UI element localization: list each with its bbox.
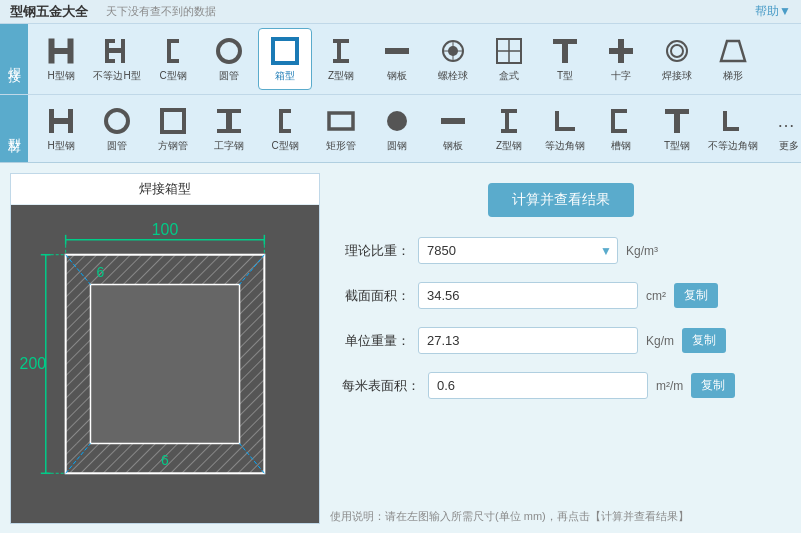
nav-item-more[interactable]: … 更多 — [762, 98, 801, 160]
surface-copy-button[interactable]: 复制 — [691, 373, 735, 398]
svg-rect-33 — [54, 118, 68, 124]
nav-item-t-steel[interactable]: T型钢 — [650, 98, 704, 160]
nav-item-weld-ball[interactable]: 焊接球 — [650, 28, 704, 90]
svg-point-11 — [218, 40, 240, 62]
svg-marker-30 — [721, 41, 745, 61]
svg-rect-47 — [501, 129, 517, 133]
c-steel-icon — [157, 35, 189, 67]
help-button[interactable]: 帮助▼ — [755, 3, 791, 20]
svg-text:200: 200 — [20, 355, 47, 372]
nav-item-z-steel2[interactable]: Z型钢 — [482, 98, 536, 160]
equal-angle-icon — [549, 105, 581, 137]
svg-rect-4 — [121, 39, 125, 63]
nav-item-channel[interactable]: 槽钢 — [594, 98, 648, 160]
nav-item-bolt-ball-label: 螺栓球 — [438, 69, 468, 83]
nav-item-plate2-label: 钢板 — [443, 139, 463, 153]
nav-item-cross-label: 十字 — [611, 69, 631, 83]
svg-rect-10 — [167, 39, 171, 63]
area-input[interactable] — [418, 282, 638, 309]
svg-rect-14 — [337, 43, 341, 59]
svg-rect-63 — [66, 285, 91, 444]
h-beam-icon — [45, 35, 77, 67]
nav-item-round-tube[interactable]: 圆管 — [202, 28, 256, 90]
nav-item-unequal-h[interactable]: 不等边H型 — [90, 28, 144, 90]
svg-rect-36 — [217, 109, 241, 113]
nav-item-round-tube2[interactable]: 圆管 — [90, 98, 144, 160]
nav-item-bolt-ball[interactable]: 螺栓球 — [426, 28, 480, 90]
svg-rect-5 — [109, 48, 121, 53]
nav-item-c-steel[interactable]: C型钢 — [146, 28, 200, 90]
nav-item-c-steel2[interactable]: C型钢 — [258, 98, 312, 160]
svg-rect-1 — [68, 39, 73, 63]
density-row: 理论比重： 7850 7800 7900 ▼ Kg/m³ — [330, 237, 791, 264]
area-row: 截面面积： cm² 复制 — [330, 282, 791, 309]
square-tube-icon — [157, 105, 189, 137]
surface-label: 每米表面积： — [330, 377, 420, 395]
svg-rect-16 — [385, 48, 409, 54]
round-tube2-icon — [101, 105, 133, 137]
nav-item-rect-tube[interactable]: 矩形管 — [314, 98, 368, 160]
svg-rect-64 — [240, 285, 265, 444]
nav-item-rect-tube-label: 矩形管 — [326, 139, 356, 153]
nav-item-c-steel-label: C型钢 — [159, 69, 186, 83]
svg-rect-37 — [217, 129, 241, 133]
nav-side-material[interactable]: 型材 — [0, 95, 28, 162]
nav-item-trapezoid[interactable]: 梯形 — [706, 28, 760, 90]
svg-rect-2 — [54, 48, 68, 54]
nav-item-box2-label: 盒式 — [499, 69, 519, 83]
usage-note: 使用说明：请在左图输入所需尺寸(单位 mm)，再点击【计算并查看结果】 — [330, 505, 791, 524]
svg-rect-61 — [66, 255, 265, 285]
nav-item-unequal-angle[interactable]: 不等边角钢 — [706, 98, 760, 160]
density-select[interactable]: 7850 7800 7900 — [418, 237, 618, 264]
nav-item-round-tube-label: 圆管 — [219, 69, 239, 83]
nav-item-h-beam2[interactable]: H型钢 — [34, 98, 88, 160]
nav-item-z-steel[interactable]: Z型钢 — [314, 28, 368, 90]
nav-row-material: 型材 H型钢 圆管 方钢管 — [0, 94, 801, 162]
nav-item-round-tube2-label: 圆管 — [107, 139, 127, 153]
nav-item-c-steel2-label: C型钢 — [271, 139, 298, 153]
nav-item-round-bar[interactable]: 圆钢 — [370, 98, 424, 160]
unequal-h-icon — [101, 35, 133, 67]
svg-rect-45 — [501, 109, 517, 113]
nav-item-z-steel-label: Z型钢 — [328, 69, 354, 83]
surface-input[interactable] — [428, 372, 648, 399]
svg-point-34 — [106, 110, 128, 132]
z-steel2-icon — [493, 105, 525, 137]
nav-item-square-tube[interactable]: 方钢管 — [146, 98, 200, 160]
area-copy-button[interactable]: 复制 — [674, 283, 718, 308]
app-title: 型钢五金大全 — [10, 3, 88, 21]
surface-row: 每米表面积： m²/m 复制 — [330, 372, 791, 399]
svg-rect-15 — [333, 59, 349, 63]
nav-area: 焊接 H型钢 不等边H型 — [0, 24, 801, 163]
weld-ball-icon — [661, 35, 693, 67]
nav-item-plate2[interactable]: 钢板 — [426, 98, 480, 160]
nav-item-box[interactable]: 箱型 — [258, 28, 312, 90]
svg-rect-3 — [105, 39, 109, 63]
svg-rect-27 — [609, 48, 633, 54]
svg-rect-51 — [611, 109, 627, 113]
nav-item-box2[interactable]: 盒式 — [482, 28, 536, 90]
nav-item-plate[interactable]: 钢板 — [370, 28, 424, 90]
nav-item-equal-angle[interactable]: 等边角钢 — [538, 98, 592, 160]
nav-item-h-beam[interactable]: H型钢 — [34, 28, 88, 90]
nav-row-weld: 焊接 H型钢 不等边H型 — [0, 24, 801, 94]
channel-icon — [605, 105, 637, 137]
nav-item-i-beam[interactable]: 工字钢 — [202, 98, 256, 160]
weight-input[interactable] — [418, 327, 638, 354]
weight-copy-button[interactable]: 复制 — [682, 328, 726, 353]
diagram-svg: 100 200 6 6 — [11, 205, 319, 523]
trapezoid-icon — [717, 35, 749, 67]
nav-item-round-bar-label: 圆钢 — [387, 139, 407, 153]
calc-button[interactable]: 计算并查看结果 — [488, 183, 634, 217]
svg-rect-44 — [441, 118, 465, 124]
nav-item-t-type[interactable]: T型 — [538, 28, 592, 90]
nav-side-weld[interactable]: 焊接 — [0, 24, 28, 94]
box2-icon — [493, 35, 525, 67]
c-steel2-icon — [269, 105, 301, 137]
nav-item-cross[interactable]: 十字 — [594, 28, 648, 90]
svg-rect-32 — [68, 109, 73, 133]
area-label: 截面面积： — [330, 287, 410, 305]
nav-item-h-beam2-label: H型钢 — [47, 139, 74, 153]
svg-rect-54 — [674, 114, 680, 133]
svg-point-29 — [671, 45, 683, 57]
